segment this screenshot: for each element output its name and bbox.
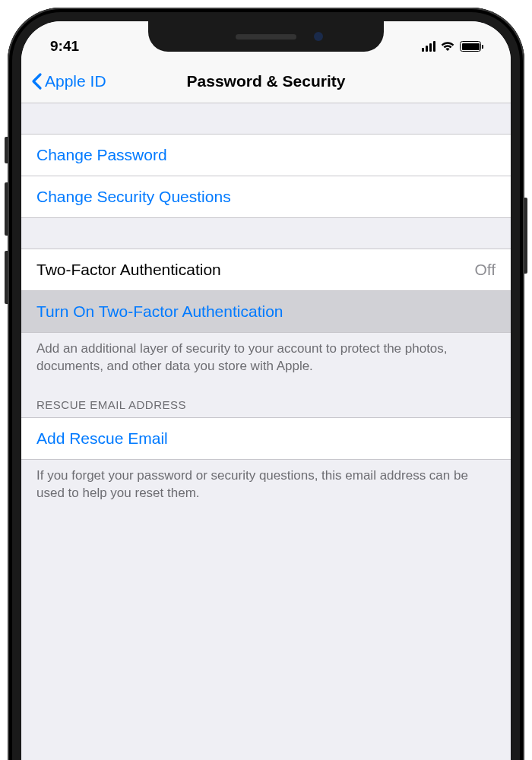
nav-bar: Apple ID Password & Security [21, 59, 511, 103]
status-time: 9:41 [44, 38, 79, 55]
add-rescue-email-label: Add Rescue Email [36, 429, 168, 448]
notch [148, 21, 384, 52]
mute-switch [5, 137, 8, 163]
status-icons [422, 41, 489, 52]
two-factor-status-value: Off [474, 261, 496, 279]
cellular-signal-icon [422, 41, 436, 52]
wifi-icon [440, 41, 455, 52]
two-factor-label: Two-Factor Authentication [36, 261, 221, 279]
screen: 9:41 Apple ID Passwo [21, 21, 511, 760]
volume-up-button [5, 182, 8, 236]
section-gap [21, 218, 511, 249]
change-password-label: Change Password [36, 146, 167, 164]
change-password-button[interactable]: Change Password [21, 134, 511, 176]
two-factor-footer: Add an additional layer of security to y… [21, 333, 511, 380]
rescue-email-header: RESCUE EMAIL ADDRESS [21, 380, 511, 417]
page-title: Password & Security [187, 72, 346, 90]
speaker [236, 34, 296, 40]
front-camera [314, 32, 323, 41]
two-factor-status-row: Two-Factor Authentication Off [21, 249, 511, 290]
change-security-questions-label: Change Security Questions [36, 188, 231, 206]
section-gap [21, 103, 511, 134]
add-rescue-email-button[interactable]: Add Rescue Email [21, 417, 511, 460]
content: Change Password Change Security Question… [21, 103, 511, 507]
back-label: Apple ID [45, 72, 106, 90]
chevron-left-icon [30, 72, 43, 90]
power-button [524, 198, 527, 274]
rescue-email-footer: If you forget your password or security … [21, 460, 511, 507]
phone-frame: 9:41 Apple ID Passwo [8, 8, 524, 760]
turn-on-two-factor-label: Turn On Two-Factor Authentication [36, 302, 283, 321]
turn-on-two-factor-button[interactable]: Turn On Two-Factor Authentication [21, 290, 511, 333]
volume-down-button [5, 251, 8, 304]
back-button[interactable]: Apple ID [30, 72, 106, 90]
change-security-questions-button[interactable]: Change Security Questions [21, 176, 511, 218]
battery-icon [460, 41, 483, 52]
